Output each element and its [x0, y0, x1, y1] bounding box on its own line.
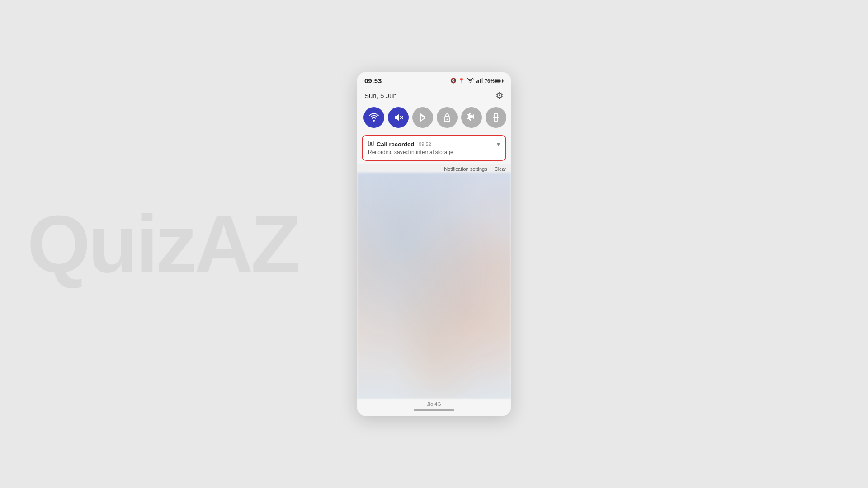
tile-flashlight[interactable]	[486, 107, 506, 128]
tile-sound[interactable]	[388, 107, 409, 128]
home-bar[interactable]	[414, 409, 454, 411]
vibrate-icon: 🔇	[450, 78, 457, 84]
watermark-text: QuizAZ	[27, 203, 298, 285]
svg-rect-1	[477, 80, 479, 83]
tile-airplane[interactable]	[461, 107, 482, 128]
svg-marker-7	[395, 114, 399, 121]
recording-icon	[368, 141, 374, 148]
notification-body: Recording saved in internal storage	[368, 149, 500, 155]
svg-rect-2	[480, 79, 481, 83]
notification-card[interactable]: Call recorded 09:52 ▾ Recording saved in…	[362, 135, 506, 161]
quick-tiles	[357, 104, 511, 133]
qs-header: Sun, 5 Jun ⚙	[357, 87, 511, 104]
notification-title-row: Call recorded 09:52	[368, 141, 431, 148]
cell-signal-icon	[476, 78, 483, 84]
svg-rect-12	[495, 118, 497, 122]
notification-header: Call recorded 09:52 ▾	[368, 141, 500, 148]
status-bar: 09:53 🔇 📍 76%	[357, 72, 511, 87]
svg-rect-5	[496, 79, 501, 82]
notification-area: Call recorded 09:52 ▾ Recording saved in…	[357, 133, 511, 164]
svg-rect-15	[370, 142, 372, 145]
tile-screen-lock[interactable]	[437, 107, 458, 128]
battery-icon: 76%	[485, 78, 504, 84]
gear-icon[interactable]: ⚙	[495, 90, 504, 101]
svg-point-11	[447, 119, 448, 120]
svg-rect-3	[481, 78, 483, 83]
tile-wifi[interactable]	[363, 107, 384, 128]
svg-rect-0	[476, 81, 477, 83]
expand-icon[interactable]: ▾	[497, 141, 500, 148]
carrier-text: Jio 4G	[427, 401, 441, 407]
wifi-signal-icon	[467, 78, 474, 84]
status-time: 09:53	[364, 77, 382, 84]
bottom-bar: Jio 4G	[357, 399, 511, 416]
phone-frame: 09:53 🔇 📍 76%	[357, 72, 511, 416]
notification-time: 09:52	[419, 141, 431, 147]
clear-button[interactable]: Clear	[495, 166, 506, 172]
status-icons: 🔇 📍 76%	[450, 78, 504, 84]
notification-actions: Notification settings Clear	[357, 164, 511, 173]
tile-bluetooth[interactable]	[412, 107, 433, 128]
blurred-content	[357, 173, 511, 399]
qs-date: Sun, 5 Jun	[364, 92, 397, 99]
notification-settings-button[interactable]: Notification settings	[444, 166, 487, 172]
notification-title: Call recorded	[377, 141, 414, 148]
svg-rect-6	[503, 80, 504, 82]
location-icon: 📍	[458, 78, 465, 84]
